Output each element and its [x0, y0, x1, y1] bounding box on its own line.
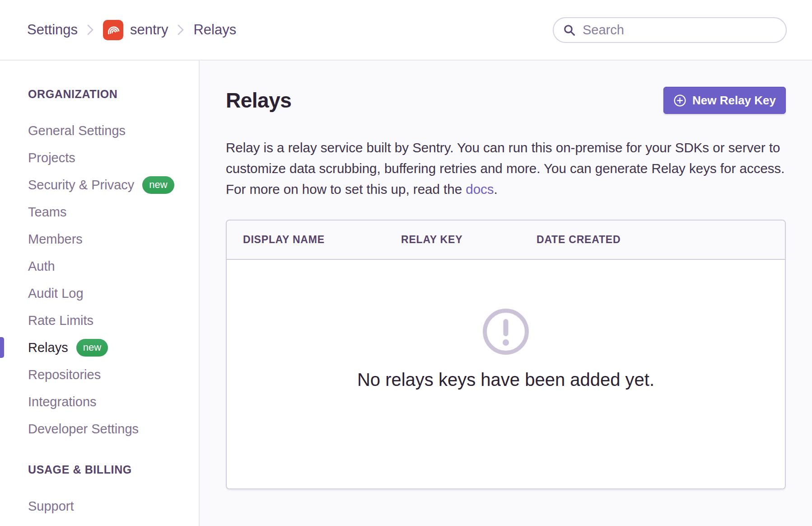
relays-description: Relay is a relay service built by Sentry…: [226, 137, 786, 200]
sidebar-item-label: Rate Limits: [28, 313, 93, 328]
new-badge: new: [142, 176, 174, 194]
new-badge: new: [76, 339, 108, 357]
breadcrumb-organization[interactable]: sentry: [103, 20, 168, 40]
sidebar-item-label: Projects: [28, 150, 75, 165]
sidebar-item-security-privacy[interactable]: Security & Privacynew: [0, 171, 199, 198]
sidebar-item-audit-log[interactable]: Audit Log: [0, 280, 199, 307]
main-header-row: Relays New Relay Key: [226, 87, 786, 114]
sidebar-nav: ORGANIZATIONGeneral SettingsProjectsSecu…: [0, 61, 200, 526]
sidebar-item-label: Teams: [28, 205, 66, 220]
sidebar-item-label: Members: [28, 232, 83, 247]
sidebar-section-label: ORGANIZATION: [0, 88, 199, 101]
sidebar-item-repositories[interactable]: Repositories: [0, 361, 199, 388]
sidebar-item-label: Auth: [28, 259, 55, 274]
column-relay-key: RELAY KEY: [401, 234, 537, 246]
sidebar-item-label: Developer Settings: [28, 422, 139, 437]
page-title: Relays: [226, 88, 291, 113]
sidebar-item-label: Relays: [28, 340, 68, 355]
breadcrumb-page: Relays: [193, 22, 236, 38]
sidebar-item-label: Audit Log: [28, 286, 84, 301]
sidebar-section: USAGE & BILLINGSupport: [0, 463, 199, 520]
description-text: Relay is a relay service built by Sentry…: [226, 140, 785, 197]
new-relay-key-label: New Relay Key: [692, 94, 776, 108]
main-content: Relays New Relay Key Relay is a relay se…: [200, 61, 812, 526]
table-empty-state: No relays keys have been added yet.: [227, 260, 785, 488]
empty-state-message: No relays keys have been added yet.: [357, 370, 654, 390]
sidebar-item-general-settings[interactable]: General Settings: [0, 117, 199, 144]
column-date-created: DATE CREATED: [537, 234, 785, 246]
relay-keys-table: DISPLAY NAME RELAY KEY DATE CREATED No r…: [226, 220, 786, 489]
chevron-right-icon: [177, 23, 184, 36]
content-row: ORGANIZATIONGeneral SettingsProjectsSecu…: [0, 61, 812, 526]
docs-link[interactable]: docs: [466, 182, 494, 197]
search-box[interactable]: [553, 17, 787, 43]
sidebar-section-label: USAGE & BILLING: [0, 463, 199, 476]
exclamation-circle-icon: [481, 307, 530, 356]
search-icon: [563, 23, 576, 37]
breadcrumb-org-label: sentry: [130, 22, 168, 38]
plus-circle-icon: [673, 94, 686, 107]
sidebar-item-rate-limits[interactable]: Rate Limits: [0, 307, 199, 334]
sidebar-section: ORGANIZATIONGeneral SettingsProjectsSecu…: [0, 88, 199, 442]
column-display-name: DISPLAY NAME: [243, 234, 401, 246]
search-input[interactable]: [582, 22, 777, 38]
sidebar-item-integrations[interactable]: Integrations: [0, 388, 199, 415]
table-header-row: DISPLAY NAME RELAY KEY DATE CREATED: [227, 221, 785, 260]
description-period: .: [494, 182, 498, 197]
sidebar-item-members[interactable]: Members: [0, 225, 199, 253]
sidebar-item-projects[interactable]: Projects: [0, 144, 199, 171]
sidebar-item-label: Support: [28, 499, 74, 514]
sidebar-item-relays[interactable]: Relaysnew: [0, 334, 199, 361]
sidebar-item-developer-settings[interactable]: Developer Settings: [0, 415, 199, 442]
breadcrumb-settings[interactable]: Settings: [27, 22, 78, 38]
top-header: Settings sentry Relays: [0, 0, 812, 61]
sidebar-item-label: Security & Privacy: [28, 178, 134, 193]
sentry-logo-icon: [103, 20, 123, 40]
chevron-right-icon: [87, 23, 94, 36]
sidebar-item-label: Integrations: [28, 394, 97, 409]
sidebar-item-auth[interactable]: Auth: [0, 253, 199, 280]
sidebar-item-label: General Settings: [28, 123, 126, 138]
new-relay-key-button[interactable]: New Relay Key: [663, 87, 786, 114]
sidebar-item-teams[interactable]: Teams: [0, 198, 199, 225]
sidebar-item-label: Repositories: [28, 367, 101, 382]
sidebar-item-support[interactable]: Support: [0, 493, 199, 520]
breadcrumb: Settings sentry Relays: [27, 20, 236, 40]
